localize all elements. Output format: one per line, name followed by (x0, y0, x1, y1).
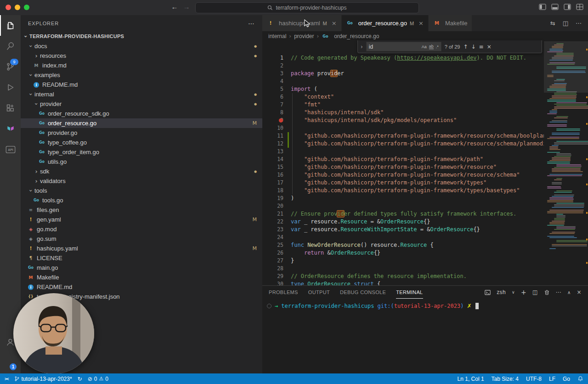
file-order_resource_sdk.go[interactable]: Goorder_resource_sdk.go (21, 109, 262, 118)
new-terminal-icon[interactable]: + (521, 289, 526, 296)
go-file-icon: Go (38, 149, 45, 156)
more-actions-icon[interactable]: ⋯ (556, 289, 561, 295)
minimize-window-button[interactable] (15, 5, 20, 10)
file-order_resource.go[interactable]: Goorder_resource.goM (21, 118, 262, 128)
file-README.md[interactable]: iREADME.md (21, 282, 262, 292)
tab-makefile[interactable]: M Makefile (429, 15, 472, 31)
extensions-activity-icon[interactable] (0, 98, 21, 118)
tab-hashicups-yaml[interactable]: ! hashicups.yaml M × (262, 15, 342, 31)
language-mode-status[interactable]: Go (563, 376, 570, 382)
code-line: 14 "github.com/hashicorp/terraform-plugi… (262, 156, 544, 163)
breadcrumb-file[interactable]: order_resource.go (334, 33, 379, 39)
breadcrumb-provider[interactable]: provider (294, 33, 314, 39)
chevron-right-icon: › (33, 168, 40, 175)
git-branch-status[interactable]: tutorial-13-apr-2023* (14, 376, 72, 382)
file-main.go[interactable]: Gomain.go (21, 263, 262, 273)
panel-tab-problems[interactable]: PROBLEMS (269, 286, 298, 299)
file-hashicups.yaml[interactable]: !hashicups.yamlM (21, 244, 262, 253)
close-window-button[interactable] (6, 5, 11, 10)
maximize-panel-icon[interactable]: ∧ (567, 290, 571, 295)
match-case-icon[interactable]: Aa (422, 45, 427, 49)
folder-examples[interactable]: ›examples (21, 70, 262, 80)
file-Makefile[interactable]: MMakefile (21, 273, 262, 282)
run-debug-icon (6, 83, 15, 92)
kill-terminal-icon[interactable] (544, 289, 550, 295)
breadcrumb: internal › provider › Go order_resource.… (262, 31, 588, 41)
folder-resources[interactable]: ›resources● (21, 51, 262, 61)
toggle-sidebar-icon[interactable] (539, 4, 546, 10)
file-type_order_item.go[interactable]: Gotype_order_item.go (21, 147, 262, 157)
file-README.md[interactable]: iREADME.md (21, 80, 262, 89)
api-extension-activity-icon[interactable]: API (0, 139, 21, 160)
source-control-activity-icon[interactable]: 9 (0, 56, 21, 77)
close-icon[interactable]: × (418, 20, 424, 27)
folder-docs[interactable]: ›docs● (21, 41, 262, 51)
file-type_coffee.go[interactable]: Gotype_coffee.go (21, 138, 262, 147)
explorer-more-actions-icon[interactable]: ⋯ (248, 20, 255, 27)
panel-tab-terminal[interactable]: TERMINAL (396, 286, 423, 299)
find-in-selection-icon[interactable]: ≡ (479, 44, 484, 50)
history-forward-button[interactable]: → (182, 3, 191, 11)
problems-status[interactable]: ⊘ 0 ⚠ 0 (88, 376, 108, 382)
folder-sdk[interactable]: ›sdk● (21, 167, 262, 176)
file-LICENSE[interactable]: ¶LICENSE (21, 253, 262, 263)
workspace-root-folder[interactable]: › TERRAFORM-PROVIDER-HASHICUPS (21, 31, 262, 41)
minimap[interactable] (544, 41, 588, 285)
compare-changes-icon[interactable]: ⇆ (550, 20, 555, 27)
regex-icon[interactable]: .* (436, 45, 439, 49)
folder-internal[interactable]: ›internal● (21, 89, 262, 99)
eol-status[interactable]: LF (549, 376, 555, 382)
cursor-position-status[interactable]: Ln 1, Col 1 (458, 376, 484, 382)
sync-changes-icon[interactable]: ↻ (78, 376, 82, 382)
notifications-bell-icon[interactable] (577, 376, 583, 382)
close-icon[interactable]: × (487, 44, 492, 50)
whole-word-icon[interactable]: ab (429, 44, 434, 49)
file-index.md[interactable]: Mindex.md (21, 61, 262, 70)
folder-tools[interactable]: ›tools (21, 186, 262, 195)
panel-tab-output[interactable]: OUTPUT (308, 286, 330, 299)
code-text: "github.com/hashicorp/terraform-plugin-f… (283, 179, 486, 187)
file-go.sum[interactable]: ◈go.sum (21, 234, 262, 244)
file-utils.go[interactable]: Goutils.go (21, 157, 262, 167)
indentation-status[interactable]: Tab Size: 4 (492, 376, 519, 382)
chevron-down-icon[interactable]: ∨ (512, 290, 515, 295)
command-center-search[interactable]: terraform-provider-hashicups (195, 2, 419, 13)
tab-order-resource-go[interactable]: Go order_resource.go M × (342, 15, 429, 31)
history-back-button[interactable]: ← (170, 3, 179, 11)
breadcrumb-internal[interactable]: internal (268, 33, 286, 39)
customize-layout-icon[interactable] (576, 4, 583, 10)
minimap-slider[interactable] (544, 41, 588, 93)
search-activity-icon[interactable] (0, 36, 21, 56)
next-match-icon[interactable]: ↓ (471, 44, 476, 50)
zoom-window-button[interactable] (24, 5, 29, 10)
breakpoint-dot[interactable] (279, 118, 283, 122)
find-input[interactable]: id Aa ab .* (366, 42, 441, 51)
profile-count-badge[interactable]: 1 (10, 363, 17, 370)
panel-tab-debug-console[interactable]: DEBUG CONSOLE (340, 286, 386, 299)
code-editor[interactable]: 1// Code generated by Speakeasy (https:/… (262, 41, 544, 285)
file-provider.go[interactable]: Goprovider.go (21, 128, 262, 138)
toggle-secondary-sidebar-icon[interactable] (564, 4, 571, 10)
toggle-panel-icon[interactable] (551, 4, 559, 10)
split-terminal-icon[interactable]: ◫ (532, 289, 538, 295)
encoding-status[interactable]: UTF-8 (526, 376, 542, 382)
file-go.mod[interactable]: ◈go.mod (21, 224, 262, 234)
run-debug-activity-icon[interactable] (0, 77, 21, 98)
split-editor-icon[interactable]: ◫ (563, 20, 568, 27)
file-tools.go[interactable]: Gotools.go (21, 195, 262, 205)
file-files.gen[interactable]: ≡files.gen (21, 205, 262, 215)
close-icon[interactable]: × (332, 20, 337, 27)
terminal[interactable]: → terraform-provider-hashicups git:(tuto… (262, 299, 588, 309)
folder-provider[interactable]: ›provider● (21, 99, 262, 109)
remote-indicator-icon[interactable]: >< (5, 377, 9, 381)
file-gen.yaml[interactable]: !gen.yamlM (21, 215, 262, 224)
explorer-activity-icon[interactable] (0, 15, 21, 36)
more-actions-icon[interactable]: ⋯ (576, 20, 582, 27)
close-panel-icon[interactable]: × (577, 289, 582, 295)
toggle-replace-icon[interactable]: › (361, 44, 363, 50)
folder-validators[interactable]: ›validators (21, 176, 262, 186)
shell-label[interactable]: zsh (497, 289, 506, 295)
status-bar: >< tutorial-13-apr-2023* ↻ ⊘ 0 ⚠ 0 Ln 1,… (0, 373, 588, 384)
terraform-extension-activity-icon[interactable] (0, 118, 21, 139)
previous-match-icon[interactable]: ↑ (463, 44, 468, 50)
